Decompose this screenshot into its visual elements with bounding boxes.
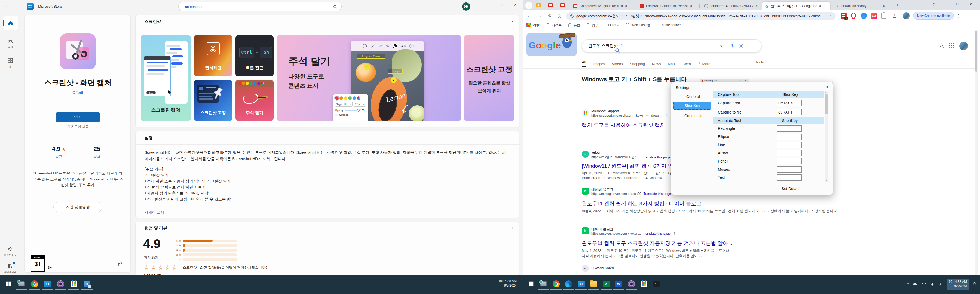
tray-expand-icon[interactable]: ^ [907,281,909,286]
tab-videos[interactable]: Videos [612,62,623,66]
result-site[interactable]: 네이버 블로그 [591,187,614,192]
scrollbar-thumb[interactable] [825,94,828,114]
tab-close-icon[interactable]: ✕ [819,4,822,8]
tab-search-button[interactable]: ⌄ [525,2,533,9]
app-publisher-link[interactable]: IOForth [25,91,131,95]
tab-download-history[interactable]: ↓ Download history ✕ [832,2,891,10]
translate-link[interactable]: Translate this page [643,232,671,235]
tab-google-search-active[interactable]: G 윈도우 스크린샷 11 - Google Se ✕ [762,2,830,10]
settings-nav-general[interactable]: General [686,94,700,99]
chevron-right-icon[interactable]: › [511,18,513,24]
bookmark-folder-2[interactable]: 동호 [568,23,580,28]
downloads-icon[interactable]: ↓ [893,13,896,18]
voice-search-icon[interactable] [729,43,735,49]
shortkey-input-capture-area[interactable]: Ctrl+Alt+S [776,100,802,106]
shortkey-input-ellipse[interactable] [776,133,802,140]
tab-fortinet-guide[interactable]: Comprehensive guide for a sim ✕ [571,2,634,10]
maximize-button[interactable]: □ [496,0,509,9]
google-apps-grid-icon[interactable] [949,43,954,48]
shortkey-input-pencil[interactable] [776,158,802,164]
speaker-icon[interactable] [930,281,935,287]
color-green[interactable] [348,96,352,100]
tab-fortinac-settings[interactable]: FortiNAC Settings for Persistent ✕ [637,2,698,10]
tab-close-icon[interactable]: ✕ [883,4,885,8]
taskbar-clock[interactable]: 10:14:38 AM 9/5/2024 [498,279,517,288]
color-yellow[interactable] [344,96,347,100]
tab-close-icon[interactable]: ✕ [690,4,692,8]
shortkey-input-rectangle[interactable] [776,126,802,132]
reload-icon[interactable]: ↻ [548,13,552,19]
taskbar-chrome[interactable] [29,278,40,290]
start-button[interactable] [3,278,14,290]
tab-maps[interactable]: Maps [668,62,676,66]
chrome-update-button[interactable]: New Chrome available [913,12,954,20]
bookmark-folder-6[interactable]: home source [657,23,681,27]
rate-app-row[interactable]: ☆☆☆☆☆ 스크린샷 - 화면 캡처(을)를 어떻게 평가하시겠습니까? [144,264,267,271]
scrollbar-thumb[interactable] [975,31,977,72]
pinned-tab-fortinet-1[interactable] [548,3,553,7]
opacity-slider[interactable] [345,110,359,111]
bookmark-star-icon[interactable]: ☆ [829,14,832,19]
screenshot-tile-pin-big[interactable]: 스크린샷 고정 필요한 콘텐츠를 항상 보이게 유지 [464,35,514,121]
google-profile-avatar[interactable] [959,42,968,50]
taskbar-remote-desktop[interactable] [538,278,549,290]
tab-fortinac-vm[interactable]: fortinac::7.4::FortiNAC-VM-CA ✕ [702,2,761,10]
tab-news[interactable]: News [652,62,661,66]
home-icon[interactable] [557,13,562,18]
close-button[interactable]: ✕ [970,2,973,6]
account-avatar[interactable]: DH [462,2,470,11]
shortkey-input-mosaic[interactable] [776,166,802,173]
screenshot-tile-quick-access[interactable]: Ctrl + Sh 빠른 접근 [235,35,274,76]
chevron-right-icon[interactable]: › [511,224,513,230]
site-info-icon[interactable] [570,14,574,18]
shortkey-input-text[interactable] [776,175,802,181]
taskbar-terminal[interactable]: ›_ [651,278,662,290]
wifi-icon[interactable] [921,281,927,287]
set-default-button[interactable]: Set Default [781,186,800,191]
taskbar-clock[interactable]: 10:14:38 AM 9/5/2024 [947,279,969,290]
share-icon[interactable] [117,262,123,267]
forward-icon[interactable]: → [538,13,542,18]
taskbar-word[interactable]: W [613,278,624,290]
kebab-icon[interactable]: ⋮ [673,232,676,235]
screenshot-tile-scrolling[interactable]: Done 스크롤링 캡쳐 [141,35,191,121]
extension-lazada-icon[interactable]: LAZ [871,13,877,19]
translate-link[interactable]: Translate this page [643,156,670,159]
back-icon[interactable]: ← [5,3,10,9]
color-red-selected[interactable] [335,96,339,100]
close-button[interactable]: ✕ [509,0,522,9]
result-site[interactable]: Microsoft Support [591,109,619,113]
tab-images[interactable]: Images [593,62,605,66]
shortkey-input-capture-file[interactable]: Ctrl+Alt+F [776,109,802,115]
pinned-tab-flash[interactable] [536,3,541,7]
tab-shopping[interactable]: Shopping [630,62,645,66]
store-search-input[interactable]: screenshot [178,2,342,11]
bookmark-folder-5[interactable]: Web Hosting [626,23,650,27]
dialog-scrollbar[interactable]: ^ ⌄ [824,91,828,182]
tab-all[interactable]: All [582,60,586,67]
result-site[interactable]: velog [591,150,600,154]
color-blue[interactable] [353,96,356,100]
size-select[interactable]: 12 pt⌄ [354,102,366,107]
taskbar-outlook[interactable]: O [576,278,587,290]
taskbar-chrome[interactable] [550,278,562,290]
google-search-box[interactable]: 윈도우 스크린샷 11 ✕ [582,40,761,52]
rate-stars[interactable]: ☆☆☆☆☆ [144,264,179,271]
settings-nav-contact[interactable]: Contact Us [684,113,703,118]
show-more-link[interactable]: 자세히 표시 [145,210,164,215]
ime-language-indicator[interactable]: 한 [937,281,944,288]
tab-close-icon[interactable]: ✕ [625,4,627,8]
color-orange[interactable] [339,96,343,100]
kebab-icon[interactable]: ⋮ [665,113,668,117]
tab-web[interactable]: Web [684,62,691,66]
clear-search-icon[interactable]: ✕ [719,44,723,49]
taskbar-outlook-calendar[interactable]: O [81,278,92,290]
taskbar-edge[interactable] [563,278,574,290]
taskbar-outlook[interactable]: O [42,278,53,290]
outlined-checkbox[interactable] [335,113,338,116]
search-submit-icon[interactable] [616,48,619,52]
scroll-down-icon[interactable]: ⌄ [826,179,827,181]
result-title-link[interactable]: 윈도우11 캡처 쉽게 하는 3가지 방법 - 네이버 블로그 [582,200,702,207]
bookmark-folder-3[interactable]: 업무 [587,23,598,28]
result-site[interactable]: 네이버 블로그 [591,227,614,232]
